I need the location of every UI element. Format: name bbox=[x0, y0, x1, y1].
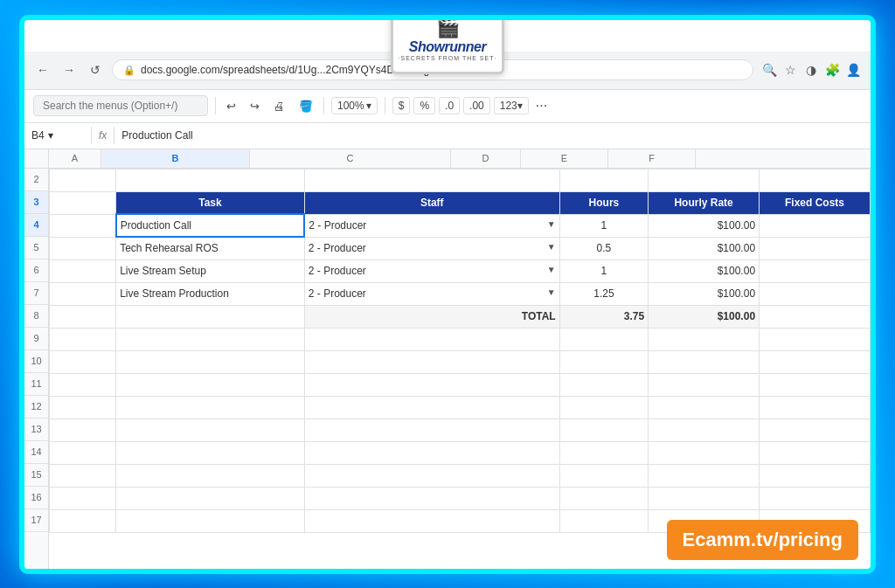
cell-b4-task[interactable]: Production Call bbox=[116, 214, 305, 237]
format-123-button[interactable]: 123▾ bbox=[494, 97, 529, 114]
forward-button[interactable]: → bbox=[59, 60, 79, 80]
cell-e8-total-rate[interactable]: $100.00 bbox=[649, 305, 760, 328]
cell-a4[interactable] bbox=[50, 214, 116, 237]
cell-d2[interactable] bbox=[559, 169, 649, 191]
cell-a7[interactable] bbox=[50, 282, 116, 305]
cell-c9[interactable] bbox=[304, 328, 559, 350]
cell-c7-staff[interactable]: 2 - Producer ▼ bbox=[304, 282, 559, 305]
cell-b7-task[interactable]: Live Stream Production bbox=[116, 282, 305, 305]
row-header-15[interactable]: 15 bbox=[24, 464, 48, 487]
row-header-10[interactable]: 10 bbox=[24, 350, 48, 373]
dropdown-arrow-7[interactable]: ▼ bbox=[547, 287, 556, 297]
cell-d8-total-hours[interactable]: 3.75 bbox=[559, 305, 649, 328]
row-header-12[interactable]: 12 bbox=[24, 396, 48, 419]
print-button[interactable]: 🖨 bbox=[270, 98, 288, 114]
cell-e2[interactable] bbox=[649, 169, 760, 191]
row-header-11[interactable]: 11 bbox=[24, 373, 48, 396]
col-header-e[interactable]: E bbox=[521, 149, 608, 168]
decimal-dec-button[interactable]: .0 bbox=[439, 97, 460, 114]
row-header-16[interactable]: 16 bbox=[24, 487, 48, 509]
cell-a6[interactable] bbox=[50, 259, 116, 282]
cell-f7[interactable] bbox=[760, 282, 871, 305]
dropdown-arrow-5[interactable]: ▼ bbox=[547, 242, 556, 252]
row-header-3[interactable]: 3 bbox=[24, 191, 48, 214]
menu-search-input[interactable] bbox=[33, 95, 208, 116]
cell-e4-rate[interactable]: $100.00 bbox=[649, 214, 760, 237]
back-button[interactable]: ← bbox=[33, 60, 52, 80]
cell-b9[interactable] bbox=[116, 328, 305, 350]
row-header-14[interactable]: 14 bbox=[24, 441, 48, 464]
cell-d3-hours[interactable]: Hours bbox=[559, 191, 649, 214]
cell-b5-task[interactable]: Tech Rehearsal ROS bbox=[116, 237, 305, 259]
formula-sep bbox=[91, 127, 92, 144]
row-header-9[interactable]: 9 bbox=[24, 328, 48, 350]
star-icon[interactable]: ☆ bbox=[781, 61, 799, 79]
cell-d5-hours[interactable]: 0.5 bbox=[559, 237, 649, 259]
cell-c3-staff[interactable]: Staff bbox=[304, 191, 559, 214]
dropdown-arrow-4[interactable]: ▼ bbox=[547, 219, 556, 229]
percent-button[interactable]: % bbox=[413, 97, 435, 114]
cell-c6-staff[interactable]: 2 - Producer ▼ bbox=[304, 259, 559, 282]
search-nav-icon[interactable]: 🔍 bbox=[760, 61, 778, 79]
undo-button[interactable]: ↩ bbox=[223, 98, 239, 114]
cell-f2[interactable] bbox=[760, 169, 871, 191]
currency-button[interactable]: $ bbox=[392, 97, 411, 114]
cell-b8[interactable] bbox=[116, 305, 305, 328]
cell-a9[interactable] bbox=[50, 328, 116, 350]
cell-e5-rate[interactable]: $100.00 bbox=[649, 237, 760, 259]
col-header-f[interactable]: F bbox=[608, 149, 696, 168]
zoom-selector[interactable]: 100% ▾ bbox=[331, 97, 378, 114]
decimal-inc-button[interactable]: .00 bbox=[463, 97, 490, 114]
cell-c8-total-label[interactable]: TOTAL bbox=[304, 305, 559, 328]
row-header-17[interactable]: 17 bbox=[24, 509, 48, 532]
profile-icon[interactable]: 👤 bbox=[844, 61, 862, 79]
cell-f8[interactable] bbox=[760, 305, 871, 328]
cell-c4-staff[interactable]: 2 - Producer ▼ bbox=[304, 214, 559, 237]
cell-a8[interactable] bbox=[50, 305, 116, 328]
cell-b6-task[interactable]: Live Stream Setup bbox=[116, 259, 305, 282]
cell-b3-task[interactable]: Task bbox=[116, 191, 305, 214]
cell-e3-hourly[interactable]: Hourly Rate bbox=[649, 191, 760, 214]
extensions-icon[interactable]: 🧩 bbox=[823, 61, 841, 79]
cell-d9[interactable] bbox=[559, 328, 649, 350]
cell-d6-hours[interactable]: 1 bbox=[559, 259, 649, 282]
cell-f4[interactable] bbox=[760, 214, 871, 237]
theme-icon[interactable]: ◑ bbox=[802, 61, 820, 79]
cell-a5[interactable] bbox=[50, 237, 116, 259]
row-header-4[interactable]: 4 bbox=[24, 214, 48, 237]
reload-button[interactable]: ↺ bbox=[86, 60, 105, 80]
cell-d7-hours[interactable]: 1.25 bbox=[559, 282, 649, 305]
cell-f5[interactable] bbox=[760, 237, 871, 259]
row-header-13[interactable]: 13 bbox=[24, 419, 48, 441]
cell-c2[interactable] bbox=[304, 169, 559, 191]
row-header-7[interactable]: 7 bbox=[24, 282, 48, 305]
hours-tech-rehearsal: 0.5 bbox=[597, 242, 612, 254]
redo-button[interactable]: ↪ bbox=[246, 98, 263, 114]
grid-table: Task Staff Hours Hourly Rate bbox=[49, 169, 871, 533]
row-header-2[interactable]: 2 bbox=[24, 169, 48, 191]
cell-f9[interactable] bbox=[760, 328, 871, 350]
dropdown-arrow-6[interactable]: ▼ bbox=[547, 265, 556, 274]
cell-e9[interactable] bbox=[649, 328, 760, 350]
cell-a2[interactable] bbox=[50, 169, 116, 191]
cell-d4-hours[interactable]: 1 bbox=[559, 214, 649, 237]
cell-a3[interactable] bbox=[50, 191, 116, 214]
row-header-5[interactable]: 5 bbox=[24, 237, 48, 259]
cell-e6-rate[interactable]: $100.00 bbox=[649, 259, 760, 282]
cell-c5-staff[interactable]: 2 - Producer ▼ bbox=[304, 237, 559, 259]
row-header-6[interactable]: 6 bbox=[24, 259, 48, 282]
col-header-c[interactable]: C bbox=[250, 149, 451, 168]
table-row bbox=[50, 328, 871, 350]
paint-format-button[interactable]: 🪣 bbox=[295, 98, 316, 114]
cell-f3-fixed[interactable]: Fixed Costs bbox=[760, 191, 871, 214]
cell-b2[interactable] bbox=[116, 169, 305, 191]
col-header-a[interactable]: A bbox=[49, 149, 101, 168]
more-button[interactable]: ··· bbox=[536, 98, 547, 114]
col-header-d[interactable]: D bbox=[451, 149, 521, 168]
logo-subtitle: ·SECRETS FROM THE SET· bbox=[399, 55, 497, 61]
cell-f6[interactable] bbox=[760, 259, 871, 282]
row-header-8[interactable]: 8 bbox=[24, 305, 48, 328]
col-header-b[interactable]: B bbox=[101, 149, 250, 168]
rate-tech-rehearsal: $100.00 bbox=[718, 242, 755, 254]
cell-e7-rate[interactable]: $100.00 bbox=[649, 282, 760, 305]
